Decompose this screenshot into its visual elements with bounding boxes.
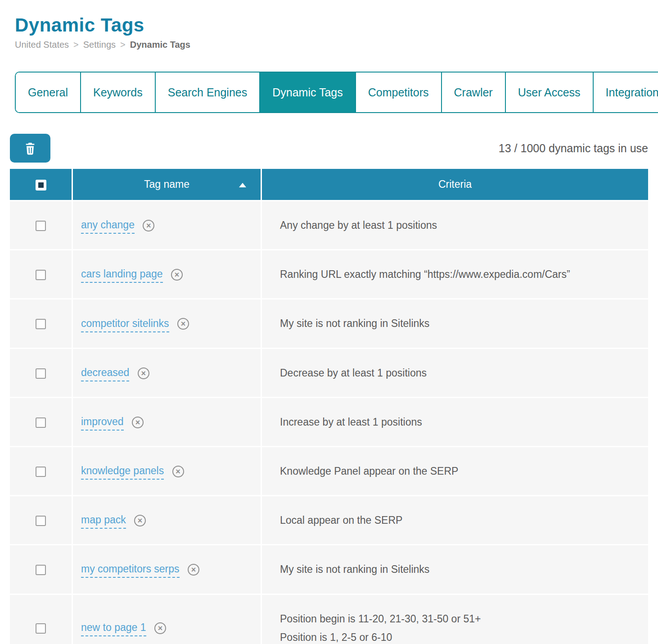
table-row: cars landing page × Ranking URL exactly … (10, 250, 648, 299)
remove-tag-icon[interactable]: × (138, 367, 149, 379)
criteria-line: Any change by at least 1 positions (280, 218, 639, 232)
criteria-cell: Any change by at least 1 positions (262, 201, 648, 250)
remove-tag-icon[interactable]: × (143, 220, 154, 231)
breadcrumb-separator: > (120, 40, 126, 50)
row-checkbox[interactable] (36, 467, 46, 477)
table-row: knowledge panels × Knowledge Panel appea… (10, 447, 648, 496)
tag-name-cell: map pack × (73, 496, 262, 545)
breadcrumb-item-dynamic-tags: Dynamic Tags (130, 40, 190, 50)
breadcrumb-item-united-states[interactable]: United States (15, 40, 69, 50)
tag-link[interactable]: new to page 1 (81, 621, 146, 636)
remove-tag-icon[interactable]: × (171, 269, 183, 281)
tag-link[interactable]: map pack (81, 514, 126, 529)
page: Dynamic Tags United States>Settings>Dyna… (0, 0, 658, 644)
tab-general[interactable]: General (16, 73, 80, 112)
tab-dynamic-tags[interactable]: Dynamic Tags (259, 73, 355, 112)
criteria-cell: Position begin is 11-20, 21-30, 31-50 or… (262, 595, 648, 644)
table-row: my competitors serps × My site is not ra… (10, 545, 648, 594)
table-body: any change × Any change by at least 1 po… (10, 201, 648, 644)
criteria-header-label: Criteria (438, 178, 472, 190)
remove-tag-icon[interactable]: × (177, 318, 189, 330)
row-checkbox[interactable] (36, 417, 46, 428)
tag-name-cell: competitor sitelinks × (73, 299, 262, 349)
row-checkbox[interactable] (36, 623, 46, 634)
tag-name-cell: knowledge panels × (73, 447, 262, 496)
tag-name-cell: new to page 1 × (73, 595, 262, 644)
tag-name-header-label: Tag name (144, 178, 189, 190)
criteria-line: Position begin is 11-20, 21-30, 31-50 or… (280, 612, 639, 626)
remove-tag-icon[interactable]: × (172, 466, 184, 477)
tag-link[interactable]: decreased (81, 367, 129, 381)
tab-crawler[interactable]: Crawler (441, 73, 505, 112)
toolbar: 13 / 1000 dynamic tags in use (10, 134, 648, 163)
column-header-criteria: Criteria (262, 169, 648, 201)
remove-tag-icon[interactable]: × (132, 417, 144, 428)
criteria-line: My site is not ranking in Sitelinks (280, 562, 639, 576)
criteria-cell: Knowledge Panel appear on the SERP (262, 447, 648, 496)
table-header-row: Tag name Criteria (10, 169, 648, 201)
breadcrumb-item-settings[interactable]: Settings (83, 40, 116, 50)
tag-link[interactable]: knowledge panels (81, 465, 164, 480)
tab-keywords[interactable]: Keywords (80, 73, 155, 112)
row-checkbox-cell (10, 299, 73, 349)
row-checkbox[interactable] (36, 221, 46, 231)
usage-count: 13 / 1000 dynamic tags in use (499, 142, 648, 155)
row-checkbox[interactable] (36, 270, 46, 280)
table-row: decreased × Decrease by at least 1 posit… (10, 349, 648, 398)
tag-name-cell: improved × (73, 398, 262, 447)
tag-link[interactable]: any change (81, 219, 135, 234)
row-checkbox[interactable] (36, 516, 46, 526)
column-header-tag-name[interactable]: Tag name (73, 169, 262, 201)
tag-name-cell: any change × (73, 201, 262, 250)
table-row: any change × Any change by at least 1 po… (10, 201, 648, 250)
row-checkbox[interactable] (36, 368, 46, 379)
criteria-line: My site is not ranking in Sitelinks (280, 316, 639, 331)
criteria-line: Position is 1, 2-5 or 6-10 (280, 630, 639, 644)
row-checkbox-cell (10, 398, 73, 447)
trash-icon (23, 141, 37, 155)
sort-asc-icon[interactable] (239, 183, 246, 187)
row-checkbox-cell (10, 595, 73, 644)
tag-link[interactable]: my competitors serps (81, 563, 180, 578)
criteria-line: Ranking URL exactly matching “https://ww… (280, 267, 639, 281)
criteria-cell: Local appear on the SERP (262, 496, 648, 545)
tab-integrations[interactable]: Integrations (593, 73, 658, 112)
breadcrumb-separator: > (73, 40, 79, 50)
criteria-line: Decrease by at least 1 positions (280, 366, 639, 380)
row-checkbox[interactable] (36, 565, 46, 575)
table-row: improved × Increase by at least 1 positi… (10, 398, 648, 447)
remove-tag-icon[interactable]: × (188, 564, 199, 576)
row-checkbox-cell (10, 496, 73, 545)
tags-table: Tag name Criteria any change × Any chang… (10, 169, 648, 644)
select-all-checkbox[interactable] (36, 180, 46, 190)
tag-name-cell: decreased × (73, 349, 262, 398)
table-row: new to page 1 × Position begin is 11-20,… (10, 595, 648, 644)
tag-name-cell: cars landing page × (73, 250, 262, 299)
criteria-cell: Ranking URL exactly matching “https://ww… (262, 250, 648, 299)
row-checkbox-cell (10, 201, 73, 250)
tag-link[interactable]: cars landing page (81, 268, 163, 283)
row-checkbox-cell (10, 545, 73, 594)
table-row: competitor sitelinks × My site is not ra… (10, 299, 648, 349)
row-checkbox-cell (10, 349, 73, 398)
row-checkbox-cell (10, 447, 73, 496)
tab-user-access[interactable]: User Access (505, 73, 593, 112)
tag-link[interactable]: competitor sitelinks (81, 317, 169, 332)
tag-link[interactable]: improved (81, 416, 124, 431)
remove-tag-icon[interactable]: × (134, 515, 146, 526)
table-row: map pack × Local appear on the SERP (10, 496, 648, 545)
criteria-line: Knowledge Panel appear on the SERP (280, 464, 639, 478)
tab-bar: GeneralKeywordsSearch EnginesDynamic Tag… (15, 72, 658, 113)
criteria-line: Local appear on the SERP (280, 513, 639, 527)
criteria-line: Increase by at least 1 positions (280, 415, 639, 429)
delete-button[interactable] (10, 134, 50, 163)
remove-tag-icon[interactable]: × (154, 622, 166, 634)
row-checkbox[interactable] (36, 319, 46, 329)
select-all-header (10, 169, 73, 201)
criteria-cell: Increase by at least 1 positions (262, 398, 648, 447)
tag-name-cell: my competitors serps × (73, 545, 262, 594)
tab-search-engines[interactable]: Search Engines (155, 73, 260, 112)
row-checkbox-cell (10, 250, 73, 299)
page-title: Dynamic Tags (15, 14, 648, 36)
tab-competitors[interactable]: Competitors (355, 73, 441, 112)
